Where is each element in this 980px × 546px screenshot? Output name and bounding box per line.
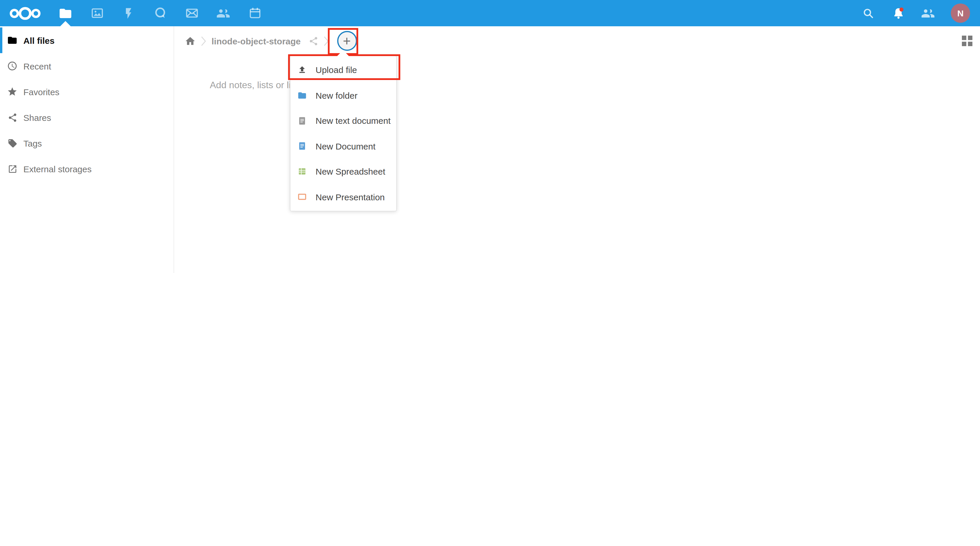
star-icon: [7, 86, 18, 97]
photos-icon: [90, 6, 104, 20]
sidebar-item-shares[interactable]: Shares: [0, 105, 173, 130]
bell-icon: [891, 6, 905, 20]
new-file-button[interactable]: +: [337, 31, 357, 51]
sidebar-item-all-files[interactable]: All files: [0, 27, 173, 53]
menu-item-new-spreadsheet[interactable]: New Spreadsheet: [290, 159, 396, 184]
app-tabs: [50, 0, 270, 26]
menu-item-new-document[interactable]: New Document: [290, 133, 396, 159]
breadcrumb: linode-object-storage +: [175, 26, 980, 56]
people-icon: [921, 6, 935, 20]
chevron-right-icon: [201, 36, 206, 46]
menu-item-label: New folder: [315, 90, 357, 100]
share-icon[interactable]: [308, 36, 318, 46]
envelope-icon: [185, 6, 198, 20]
menu-item-label: Upload file: [315, 65, 357, 75]
nextcloud-logo[interactable]: [9, 6, 41, 21]
sidebar-item-tags[interactable]: Tags: [0, 130, 173, 156]
gray-document-icon: [298, 116, 307, 126]
app-tab-calendar[interactable]: [239, 0, 270, 26]
app-tab-photos[interactable]: [81, 0, 113, 26]
menu-item-new-presentation[interactable]: New Presentation: [290, 184, 396, 210]
grid-view-toggle[interactable]: [962, 36, 972, 46]
notifications-button[interactable]: [891, 6, 905, 20]
share-icon: [7, 112, 18, 123]
avatar[interactable]: N: [951, 3, 970, 23]
breadcrumb-folder[interactable]: linode-object-storage: [212, 36, 301, 46]
menu-item-new-text-document[interactable]: New text document: [290, 108, 396, 133]
orange-presentation-icon: [298, 192, 307, 202]
external-link-icon: [7, 163, 18, 174]
sidebar-item-external-storages[interactable]: External storages: [0, 156, 173, 182]
home-icon[interactable]: [185, 35, 196, 46]
sidebar: All files Recent Favorites Shares Tags: [0, 26, 174, 273]
app-tab-files[interactable]: [50, 0, 81, 26]
menu-caret: [337, 50, 349, 56]
notification-dot: [899, 8, 903, 12]
header: N: [0, 0, 980, 26]
menu-item-label: New Presentation: [315, 192, 385, 202]
clock-icon: [7, 61, 18, 71]
grid-icon: [962, 36, 972, 46]
menu-item-label: New Document: [315, 141, 375, 151]
sidebar-item-label: External storages: [23, 164, 91, 174]
contacts-menu-button[interactable]: [921, 6, 935, 20]
new-file-menu: Upload file New folder New text document: [290, 56, 397, 211]
green-spreadsheet-icon: [298, 167, 307, 177]
calendar-icon: [248, 6, 261, 20]
search-button[interactable]: [861, 6, 875, 20]
sidebar-item-label: Tags: [23, 138, 42, 148]
lightning-icon: [122, 7, 135, 19]
nextcloud-window: N All files Recent Favorites Share: [0, 0, 980, 273]
app-tab-activity[interactable]: [113, 0, 144, 26]
sidebar-item-favorites[interactable]: Favorites: [0, 79, 173, 105]
folder-icon: [59, 6, 72, 20]
menu-item-label: New Spreadsheet: [315, 167, 385, 177]
sidebar-item-label: Recent: [23, 61, 51, 71]
sidebar-item-recent[interactable]: Recent: [0, 53, 173, 79]
chevron-right-icon: [323, 36, 329, 46]
app-tab-talk[interactable]: [144, 0, 176, 26]
tag-icon: [7, 138, 18, 148]
sidebar-item-label: Favorites: [23, 87, 59, 97]
sidebar-item-label: All files: [23, 35, 55, 45]
talk-bubble-icon: [153, 6, 167, 20]
blue-folder-icon: [298, 90, 307, 101]
people-icon: [216, 6, 230, 20]
app-tab-mail[interactable]: [176, 0, 207, 26]
header-right: N: [861, 3, 980, 23]
app-tab-contacts[interactable]: [207, 0, 239, 26]
sidebar-item-label: Shares: [23, 113, 51, 122]
magnifier-icon: [862, 7, 875, 19]
blue-document-icon: [298, 141, 307, 152]
menu-item-label: New text document: [315, 116, 391, 126]
upload-icon: [298, 65, 307, 75]
menu-item-new-folder[interactable]: New folder: [290, 83, 396, 108]
folder-icon: [7, 35, 18, 46]
menu-item-upload-file[interactable]: Upload file: [290, 57, 396, 83]
